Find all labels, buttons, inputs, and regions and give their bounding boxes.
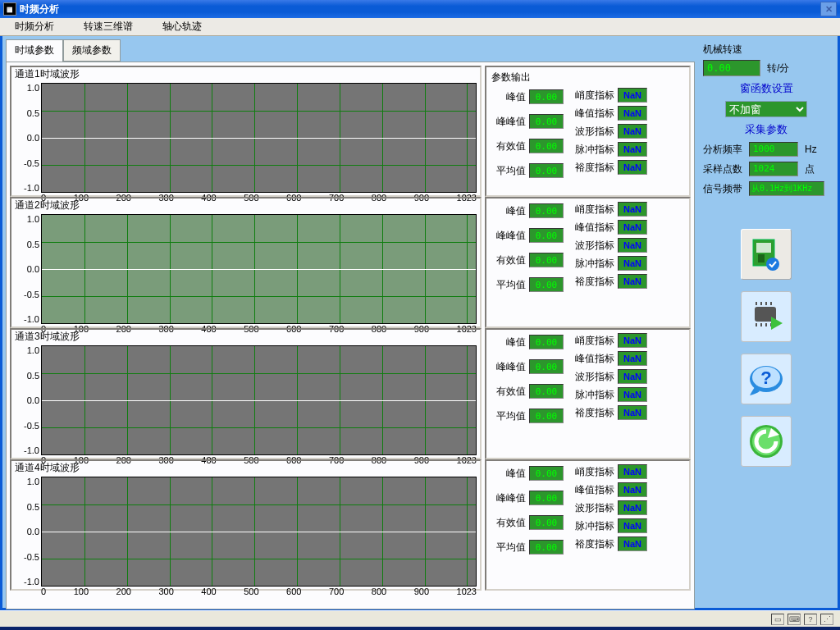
y-tick: 0.5 [27,371,39,381]
indicator-value: NaN [618,256,647,271]
chip-run-icon [748,299,784,335]
param-output-3: 峰值0.00峰峰值0.00有效值0.00平均值0.00峭度指标NaN峰值指标Na… [485,328,691,459]
param-label: 平均值 [491,409,526,423]
indicator-label: 峭度指标 [573,465,614,479]
plot-area-4[interactable] [41,477,477,587]
channel-row-2: 通道2时域波形1.00.50.0-0.5-1.00100200300400500… [10,197,691,328]
param-value: 0.00 [529,114,564,129]
indicator-label: 峰值指标 [573,221,614,235]
y-tick: 1.0 [27,214,39,224]
y-tick: 0.0 [27,264,39,274]
close-button[interactable]: ✕ [820,2,837,16]
x-tick: 400 [201,587,216,596]
status-icon-keyboard[interactable]: ⌨ [788,614,801,625]
param-label: 峰值 [491,204,526,218]
y-tick: 0.0 [27,395,39,405]
help-button[interactable]: ? [741,354,792,404]
svg-rect-2 [758,254,765,262]
param-label: 峰峰值 [491,229,526,243]
chart-title-4: 通道4时域波形 [15,461,480,475]
start-acquisition-button[interactable] [741,291,792,342]
param-label: 平均值 [491,541,526,555]
menubar: 时频分析 转速三维谱 轴心轨迹 [0,18,840,36]
help-icon: ? [746,359,786,399]
board-icon [748,236,784,272]
x-tick: 0 [41,587,46,596]
y-tick: -0.5 [24,290,39,299]
plot-area-2[interactable] [41,214,477,324]
param-label: 有效值 [491,516,526,530]
indicator-value: NaN [618,106,647,121]
y-tick: 1.0 [27,477,39,486]
freq-value: 1000 [749,142,798,157]
indicator-value: NaN [618,518,647,533]
indicator-label: 波形指标 [573,239,614,253]
param-value: 0.00 [529,203,564,218]
param-value: 0.00 [529,409,564,423]
refresh-button[interactable] [741,416,792,467]
indicator-label: 脉冲指标 [573,388,614,402]
indicator-label: 波形指标 [573,501,614,515]
param-label: 平均值 [491,278,526,292]
tab-content: 通道1时域波形1.00.50.0-0.5-1.00100200300400500… [6,62,695,609]
indicator-value: NaN [618,387,647,402]
points-value: 1024 [749,162,798,176]
svg-point-3 [766,258,779,271]
indicator-label: 波形指标 [573,125,614,139]
window-title: 时频分析 [20,2,59,16]
param-label: 有效值 [491,253,526,267]
indicator-label: 峰值指标 [573,107,614,121]
status-icon-grip: ⋰ [820,614,833,625]
plot-area-1[interactable] [41,83,477,193]
indicator-value: NaN [618,464,647,479]
indicator-label: 峰值指标 [573,483,614,497]
x-tick: 800 [372,587,386,596]
param-value: 0.00 [529,139,564,153]
menu-item-orbit[interactable]: 轴心轨迹 [148,20,217,34]
param-value: 0.00 [529,359,564,374]
indicator-label: 峭度指标 [573,334,614,348]
param-value: 0.00 [529,515,564,530]
y-tick: 0.0 [27,527,39,536]
indicator-value: NaN [618,202,647,217]
y-tick: 0.5 [27,240,39,249]
param-value: 0.00 [529,335,564,349]
indicator-label: 脉冲指标 [573,143,614,157]
speed-unit: 转/分 [767,62,789,75]
indicator-value: NaN [618,482,647,497]
param-value: 0.00 [529,163,564,178]
main-body: 时域参数 频域参数 通道1时域波形1.00.50.0-0.5-1.0010020… [0,36,840,610]
chart-title-3: 通道3时域波形 [15,330,480,344]
y-tick: 0.5 [27,502,39,512]
param-output-2: 峰值0.00峰峰值0.00有效值0.00平均值0.00峭度指标NaN峰值指标Na… [485,197,691,328]
chart-4: 通道4时域波形1.00.50.0-0.5-1.00100200300400500… [10,459,482,591]
svg-text:?: ? [760,368,771,388]
menu-item-3d-spectrum[interactable]: 转速三维谱 [69,20,148,34]
indicator-label: 脉冲指标 [573,519,614,533]
menu-item-analysis[interactable]: 时频分析 [0,20,69,34]
indicator-label: 裕度指标 [573,537,614,551]
x-tick: 600 [286,587,301,596]
channel-row-1: 通道1时域波形1.00.50.0-0.5-1.00100200300400500… [10,66,691,197]
hardware-config-button[interactable] [741,229,792,280]
status-icon-help[interactable]: ? [804,614,817,625]
param-value: 0.00 [529,277,564,292]
param-label: 有效值 [491,385,526,399]
indicator-label: 裕度指标 [573,161,614,175]
status-icon-1[interactable]: ▭ [771,614,784,625]
freq-unit: Hz [805,144,817,155]
window-function-select[interactable]: 不加窗 [725,101,807,117]
points-label: 采样点数 [703,162,746,176]
tab-freq-params[interactable]: 频域参数 [63,39,121,62]
indicator-value: NaN [618,142,647,157]
y-tick: 1.0 [27,83,39,93]
speed-label: 机械转速 [703,43,829,57]
tab-time-params[interactable]: 时域参数 [6,39,63,62]
plot-area-3[interactable] [41,345,477,455]
indicator-value: NaN [618,351,647,366]
param-value: 0.00 [529,253,564,267]
param-label: 峰值 [491,90,526,104]
indicator-value: NaN [618,333,647,348]
svg-rect-1 [756,243,771,253]
param-output-4: 峰值0.00峰峰值0.00有效值0.00平均值0.00峭度指标NaN峰值指标Na… [485,459,691,591]
